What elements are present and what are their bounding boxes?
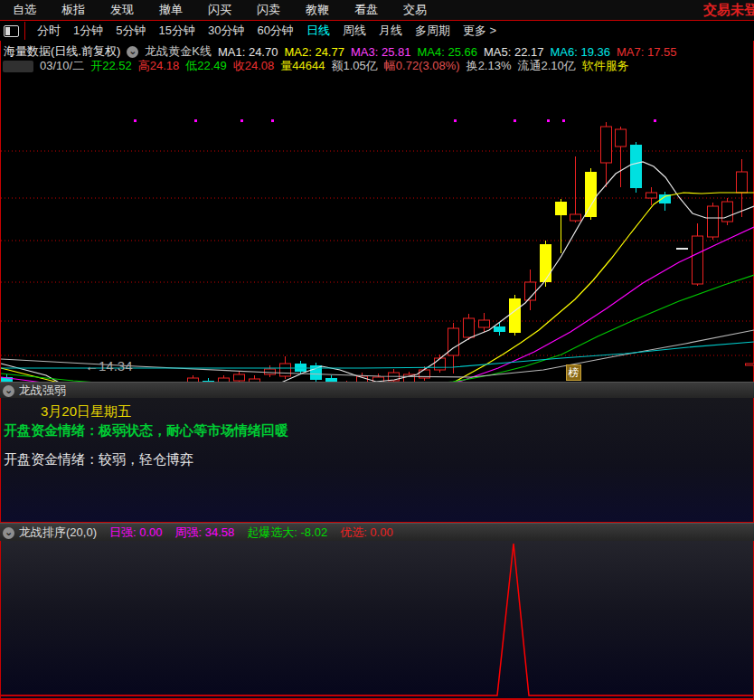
period-tab-10[interactable]: 更多 > — [457, 23, 503, 39]
quote-field-0: 03/10/二 — [40, 58, 84, 74]
signal-spike-chart[interactable] — [1, 541, 753, 698]
trade-login-status[interactable]: 交易未登 — [703, 2, 754, 19]
period-tab-7[interactable]: 周线 — [336, 23, 372, 39]
period-tab-1[interactable]: 1分钟 — [67, 23, 109, 39]
period-tabs: 分时1分钟5分钟15分钟30分钟60分钟日线周线月线多周期更多 > — [31, 23, 503, 39]
menu-item-3[interactable]: 撤单 — [146, 2, 195, 18]
quote-field-1: 开22.52 — [90, 58, 132, 74]
menu-item-7[interactable]: 看盘 — [342, 2, 391, 18]
ma-value-4: MA4: 25.66 — [417, 45, 477, 59]
menu-item-5[interactable]: 闪卖 — [244, 2, 293, 18]
quote-field-2: 高24.18 — [138, 58, 180, 74]
toolbar-divider — [24, 22, 25, 40]
quote-field-3: 低22.49 — [185, 58, 227, 74]
period-tab-9[interactable]: 多周期 — [409, 23, 457, 39]
sentiment-line-green: 开盘资金情绪：极弱状态，耐心等市场情绪回暖 — [4, 422, 288, 440]
strength-panel-body: 3月20日星期五 开盘资金情绪：极弱状态，耐心等市场情绪回暖 开盘资金情绪：较弱… — [0, 398, 754, 523]
quote-field-6: 额1.05亿 — [332, 58, 378, 74]
layout-icon[interactable] — [4, 25, 19, 37]
period-tab-0[interactable]: 分时 — [31, 23, 67, 39]
ma-values: MA1: 24.70MA2: 24.77MA3: 25.81MA4: 25.66… — [218, 45, 683, 59]
quote-field-9: 流通2.10亿 — [518, 58, 576, 74]
rank-stat-2[interactable]: 起爆选大: -8.02 — [247, 525, 327, 541]
menu-item-2[interactable]: 发现 — [98, 2, 146, 18]
rank-panel-header[interactable]: ⌄ 龙战排序(20,0) 日强: 0.00周强: 34.58起爆选大: -8.0… — [0, 523, 754, 542]
menu-item-1[interactable]: 板指 — [49, 2, 98, 18]
ma-value-3: MA3: 25.81 — [351, 45, 411, 59]
menu-item-8[interactable]: 交易 — [391, 2, 439, 18]
collapse-icon[interactable]: ⌄ — [127, 46, 138, 58]
ma-value-6: MA6: 19.36 — [550, 45, 610, 59]
rank-stat-3[interactable]: 优选: 0.00 — [340, 525, 393, 541]
strength-date: 3月20日星期五 — [41, 403, 131, 421]
ma-value-7: MA7: 17.55 — [617, 45, 677, 59]
quote-field-7: 幅0.72(3.08%) — [384, 58, 460, 74]
quote-values: 03/10/二开22.52高24.18低22.49收24.08量44644额1.… — [40, 58, 636, 74]
period-toolbar: 分时1分钟5分钟15分钟30分钟60分钟日线周线月线多周期更多 > — [0, 21, 754, 42]
top-menu-bar: 自选板指发现撤单闪买闪卖教鞭看盘交易 交易未登 — [0, 0, 754, 21]
quote-field-4: 收24.08 — [233, 58, 275, 74]
rank-badge[interactable]: 榜 — [566, 364, 581, 381]
collapse-icon[interactable]: ⌄ — [3, 385, 14, 397]
period-tab-6[interactable]: 日线 — [300, 23, 336, 39]
ma-value-2: MA2: 24.77 — [284, 45, 344, 59]
main-chart-panel: 海量数据(日线.前复权) ⌄ 龙战黄金K线 MA1: 24.70MA2: 24.… — [0, 41, 754, 383]
sentiment-line-white: 开盘资金情绪：较弱，轻仓博弈 — [4, 451, 193, 468]
menu-item-4[interactable]: 闪买 — [195, 2, 244, 18]
period-tab-2[interactable]: 5分钟 — [109, 23, 152, 39]
menu-item-0[interactable]: 自选 — [0, 2, 49, 18]
quote-field-10: 软件服务 — [582, 58, 629, 74]
rank-panel-title: 龙战排序(20,0) — [19, 525, 97, 541]
stock-code-box — [3, 61, 33, 72]
rank-stat-1[interactable]: 周强: 34.58 — [175, 525, 235, 541]
menu-items: 自选板指发现撤单闪买闪卖教鞭看盘交易 — [0, 2, 439, 18]
period-tab-3[interactable]: 15分钟 — [152, 23, 201, 39]
rank-stat-0[interactable]: 日强: 0.00 — [109, 525, 163, 541]
trading-app-window: 自选板指发现撤单闪买闪卖教鞭看盘交易 交易未登 分时1分钟5分钟15分钟30分钟… — [0, 0, 754, 700]
period-tab-4[interactable]: 30分钟 — [202, 23, 250, 39]
rank-stats: 日强: 0.00周强: 34.58起爆选大: -8.02优选: 0.00 — [97, 525, 393, 541]
candlestick-chart[interactable] — [1, 118, 754, 422]
quote-info-row: 03/10/二开22.52高24.18低22.49收24.08量44644额1.… — [3, 58, 642, 74]
menu-item-6[interactable]: 教鞭 — [293, 2, 342, 18]
low-price-label: ←14.34 — [85, 358, 133, 374]
period-tab-5[interactable]: 60分钟 — [250, 23, 299, 39]
strength-panel-header[interactable]: ⌄ 龙战强弱 — [0, 382, 754, 399]
quote-field-5: 量44644 — [280, 58, 325, 74]
collapse-icon[interactable]: ⌄ — [3, 527, 14, 539]
ma-value-5: MA5: 22.17 — [484, 45, 544, 59]
ma-value-1: MA1: 24.70 — [218, 45, 278, 59]
strength-panel-title: 龙战强弱 — [19, 383, 66, 399]
period-tab-8[interactable]: 月线 — [372, 23, 409, 39]
quote-field-8: 换2.13% — [467, 58, 512, 74]
rank-panel-body — [0, 541, 754, 700]
